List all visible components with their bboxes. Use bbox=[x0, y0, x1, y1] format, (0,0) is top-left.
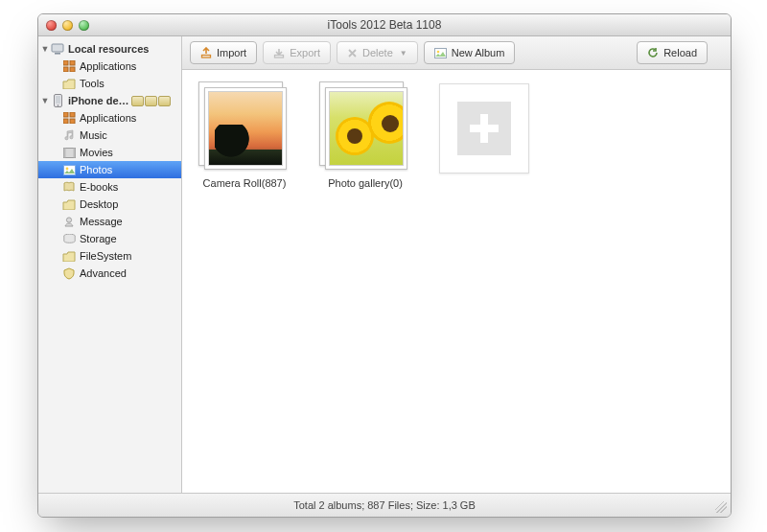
app-window: iTools 2012 Beta 1108 ▼ Local resources … bbox=[37, 13, 732, 518]
sidebar-section-label: Local resources bbox=[68, 43, 149, 55]
sidebar-item-movies[interactable]: Movies bbox=[38, 144, 181, 161]
svg-rect-14 bbox=[63, 148, 65, 157]
device-badges bbox=[131, 96, 171, 106]
album-camera-roll[interactable]: Camera Roll(887) bbox=[198, 83, 291, 189]
reload-button[interactable]: Reload bbox=[637, 41, 708, 64]
apps-icon bbox=[61, 111, 77, 125]
album-label: Photo gallery(0) bbox=[318, 177, 412, 189]
svg-point-8 bbox=[57, 104, 58, 106]
sidebar-item-label: Advanced bbox=[80, 267, 127, 279]
photos-icon bbox=[61, 163, 77, 176]
badge-icon bbox=[145, 96, 157, 106]
folder-icon bbox=[61, 77, 77, 90]
sidebar-item-label: Applications bbox=[80, 60, 136, 72]
svg-point-18 bbox=[66, 218, 71, 222]
iphone-icon bbox=[50, 94, 65, 107]
toolbar-button-label: Delete bbox=[362, 47, 393, 58]
album-thumbnail bbox=[321, 83, 409, 172]
sidebar-item-label: Music bbox=[80, 129, 107, 141]
music-icon bbox=[61, 128, 77, 142]
svg-rect-10 bbox=[70, 112, 75, 117]
reload-icon bbox=[647, 47, 659, 58]
svg-rect-7 bbox=[56, 96, 60, 104]
toolbar: Import Export Delete ▼ bbox=[182, 36, 731, 70]
status-bar: Total 2 albums; 887 Files; Size: 1,3 GB bbox=[38, 493, 731, 517]
sidebar-section-iphone[interactable]: ▼ iPhone de… bbox=[38, 92, 181, 109]
sidebar-item-label: E-books bbox=[80, 181, 118, 193]
sidebar-item-desktop[interactable]: Desktop bbox=[38, 196, 181, 213]
album-thumbnail-image bbox=[208, 91, 283, 166]
message-icon bbox=[61, 215, 77, 228]
album-photo-gallery[interactable]: Photo gallery(0) bbox=[318, 83, 412, 189]
new-album-button[interactable]: New Album bbox=[424, 41, 516, 64]
svg-rect-12 bbox=[70, 119, 75, 124]
svg-rect-21 bbox=[275, 56, 284, 58]
svg-rect-3 bbox=[70, 60, 75, 65]
svg-rect-2 bbox=[63, 60, 68, 65]
computer-icon bbox=[50, 42, 65, 56]
sidebar-section-local[interactable]: ▼ Local resources bbox=[38, 40, 181, 58]
new-album-icon bbox=[434, 48, 447, 58]
sidebar-item-filesystem[interactable]: FileSystem bbox=[38, 247, 181, 265]
desktop-icon bbox=[61, 197, 77, 211]
import-button[interactable]: Import bbox=[190, 41, 257, 64]
album-thumbnail-image bbox=[329, 91, 404, 166]
window-title: iTools 2012 Beta 1108 bbox=[38, 18, 731, 32]
svg-rect-9 bbox=[63, 112, 68, 117]
sidebar-item-applications[interactable]: Applications bbox=[38, 109, 181, 127]
sidebar-item-label: Tools bbox=[80, 78, 105, 89]
albums-pane: Camera Roll(887) bbox=[182, 70, 731, 493]
close-window-button[interactable] bbox=[46, 20, 57, 31]
toolbar-button-label: Export bbox=[290, 47, 320, 58]
filesystem-icon bbox=[61, 249, 77, 263]
svg-point-17 bbox=[65, 167, 68, 170]
apps-icon bbox=[61, 59, 77, 73]
sidebar-item-label: Desktop bbox=[80, 198, 118, 210]
status-text: Total 2 albums; 887 Files; Size: 1,3 GB bbox=[293, 499, 476, 511]
ebooks-icon bbox=[61, 180, 77, 194]
svg-rect-5 bbox=[70, 67, 75, 72]
sidebar-item-local-applications[interactable]: Applications bbox=[38, 58, 181, 75]
zoom-window-button[interactable] bbox=[79, 20, 89, 31]
sidebar-item-label: Storage bbox=[80, 233, 117, 244]
album-label: Camera Roll(887) bbox=[198, 177, 291, 189]
sidebar-item-ebooks[interactable]: E-books bbox=[38, 178, 181, 196]
disclosure-triangle-icon[interactable]: ▼ bbox=[40, 44, 50, 54]
sidebar-item-advanced[interactable]: Advanced bbox=[38, 265, 181, 282]
svg-rect-0 bbox=[52, 44, 63, 52]
main-content: Import Export Delete ▼ bbox=[182, 36, 731, 493]
toolbar-button-label: Import bbox=[217, 47, 246, 58]
sidebar-item-photos[interactable]: Photos bbox=[38, 161, 181, 178]
delete-icon bbox=[347, 48, 358, 58]
window-controls bbox=[46, 20, 89, 31]
resize-grip[interactable] bbox=[715, 501, 727, 513]
svg-rect-11 bbox=[63, 119, 68, 124]
badge-icon bbox=[158, 96, 171, 106]
add-album-tile[interactable] bbox=[439, 83, 533, 189]
storage-icon bbox=[61, 232, 77, 245]
sidebar-item-message[interactable]: Message bbox=[38, 213, 181, 230]
sidebar-item-label: Message bbox=[80, 216, 123, 227]
sidebar-item-label: Movies bbox=[80, 147, 113, 158]
toolbar-button-label: Reload bbox=[663, 47, 697, 58]
sidebar-item-label: FileSystem bbox=[80, 250, 131, 262]
add-album-placeholder[interactable] bbox=[439, 83, 529, 173]
svg-rect-4 bbox=[63, 67, 68, 72]
minimize-window-button[interactable] bbox=[62, 20, 73, 31]
svg-rect-15 bbox=[73, 148, 75, 157]
sidebar: ▼ Local resources Applications bbox=[38, 36, 182, 493]
export-icon bbox=[273, 47, 285, 58]
movies-icon bbox=[61, 146, 77, 159]
sidebar-item-music[interactable]: Music bbox=[38, 127, 181, 144]
svg-rect-20 bbox=[202, 56, 211, 58]
disclosure-triangle-icon[interactable]: ▼ bbox=[40, 96, 50, 105]
plus-icon bbox=[457, 102, 511, 155]
titlebar: iTools 2012 Beta 1108 bbox=[38, 14, 731, 36]
sidebar-item-label: Photos bbox=[80, 164, 112, 175]
toolbar-button-label: New Album bbox=[452, 47, 505, 58]
delete-button[interactable]: Delete ▼ bbox=[337, 41, 418, 64]
export-button[interactable]: Export bbox=[263, 41, 331, 64]
sidebar-item-local-tools[interactable]: Tools bbox=[38, 75, 181, 92]
sidebar-item-label: Applications bbox=[80, 112, 136, 124]
sidebar-item-storage[interactable]: Storage bbox=[38, 230, 181, 247]
